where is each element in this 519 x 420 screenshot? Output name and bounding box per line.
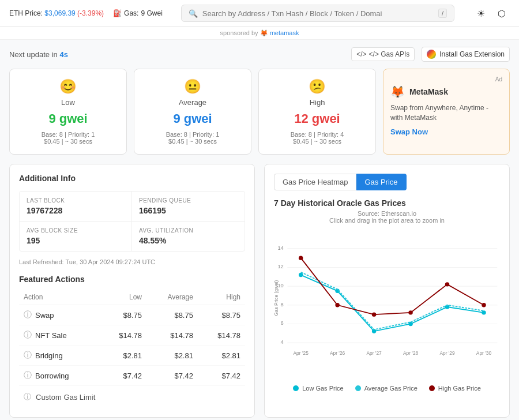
gas-card-high: 😕 High 12 gwei Base: 8 | Priority: 4 $0.… (258, 69, 376, 155)
header: ETH Price: $3,069.39 (-3.39%) ⛽ Gas: 9 G… (0, 0, 519, 27)
custom-gas-label: Custom Gas Limit (36, 393, 95, 402)
info-grid: LAST BLOCK 19767228 PENDING QUEUE 166195… (19, 191, 245, 252)
chart-panel: Gas Price Heatmap Gas Price 7 Day Histor… (264, 164, 510, 418)
legend-high-label: High Gas Price (438, 385, 481, 392)
avg-block-size-cell: AVG BLOCK SIZE 195 (20, 222, 132, 251)
avg-util-cell: AVG. UTILIZATION 48.55% (132, 222, 245, 251)
svg-point-19 (299, 273, 303, 277)
featured-actions-title: Featured Actions (19, 275, 245, 284)
average-emoji: 😐 (144, 78, 242, 95)
gas-icon: ⛽ (113, 9, 122, 17)
tab-gas-heatmap[interactable]: Gas Price Heatmap (274, 174, 356, 190)
action-name-text: Swap (35, 311, 54, 320)
tab-gas-price[interactable]: Gas Price (356, 174, 406, 190)
eth-price-info: ETH Price: $3,069.39 (-3.39%) (9, 9, 104, 17)
refresh-text: Last Refreshed: Tue, 30 Apr 2024 09:27:2… (19, 258, 245, 265)
pending-queue-label: PENDING QUEUE (139, 197, 238, 204)
svg-point-27 (372, 312, 376, 316)
search-bar[interactable]: 🔍 / (181, 5, 454, 22)
gas-value: 9 Gwei (141, 9, 162, 17)
action-name-text: NFT Sale (35, 331, 67, 340)
action-low-cell: $7.42 (99, 366, 146, 386)
action-name-cell: ⓘ Borrowing (19, 366, 99, 386)
eth-account-icon[interactable]: ⬡ (494, 5, 510, 21)
low-usd: $0.45 | ~ 30 secs (19, 138, 117, 145)
slash-badge: / (438, 9, 447, 18)
average-base: Base: 8 | Priority: 1 (144, 131, 242, 138)
svg-point-30 (482, 303, 486, 307)
svg-point-26 (335, 303, 339, 307)
table-row: ⓘ NFT Sale $14.78 $14.78 $14.78 (19, 325, 245, 346)
chart-tabs: Gas Price Heatmap Gas Price (274, 174, 500, 190)
update-bar: Next update in 4s </> </> Gas APIs Insta… (9, 47, 510, 62)
action-name-text: Bridging (35, 351, 63, 360)
legend-average-dot (355, 385, 361, 391)
pending-queue-cell: PENDING QUEUE 166195 (132, 192, 245, 222)
svg-text:Apr '29: Apr '29 (439, 350, 455, 356)
ad-brand-name: MetaMask (409, 87, 448, 96)
high-usd: $0.45 | ~ 30 secs (268, 138, 366, 145)
chart-title: 7 Day Historical Oracle Gas Prices (274, 198, 500, 208)
chart-container: 14 12 10 8 6 4 Gas Price (gwei) (274, 228, 500, 380)
svg-text:Apr '25: Apr '25 (294, 350, 309, 356)
sponsor-text: sponsored by 🦊 (220, 29, 268, 36)
gas-cards-row: 😊 Low 9 gwei Base: 8 | Priority: 1 $0.45… (9, 69, 510, 155)
svg-point-24 (482, 310, 486, 314)
action-name-cell: ⓘ Bridging (19, 346, 99, 366)
svg-text:Gas Price (gwei): Gas Price (gwei) (274, 280, 279, 316)
action-average-cell: $8.75 (146, 305, 198, 325)
action-average-cell: $2.81 (146, 346, 198, 366)
svg-text:12: 12 (277, 264, 283, 269)
table-row: ⓘ Bridging $2.81 $2.81 $2.81 (19, 346, 245, 366)
svg-text:8: 8 (281, 302, 284, 308)
high-base: Base: 8 | Priority: 4 (268, 131, 366, 138)
legend-low-dot (293, 385, 299, 391)
low-base: Base: 8 | Priority: 1 (19, 131, 117, 138)
info-panel: Additional Info LAST BLOCK 19767228 PEND… (9, 164, 255, 418)
col-low-header: Low (99, 290, 146, 305)
svg-text:4: 4 (281, 339, 284, 345)
action-average-cell: $7.42 (146, 366, 198, 386)
legend-high-dot (429, 385, 435, 391)
average-value: 9 gwei (144, 111, 242, 126)
avg-util-label: AVG. UTILIZATION (139, 227, 238, 234)
high-label: High (268, 98, 366, 107)
action-low-cell: $8.75 (99, 305, 146, 325)
search-input[interactable] (202, 9, 434, 18)
action-high-cell: $2.81 (198, 346, 245, 366)
update-text: Next update in 4s (9, 50, 68, 59)
svg-point-29 (445, 282, 449, 286)
gas-apis-button[interactable]: </> </> Gas APIs (351, 47, 415, 61)
low-label: Low (19, 98, 117, 107)
low-emoji: 😊 (19, 78, 117, 95)
gas-info: ⛽ Gas: 9 Gwei (113, 9, 163, 17)
action-high-cell: $7.42 (198, 366, 245, 386)
pending-queue-value: 166195 (139, 206, 238, 215)
col-action-header: Action (19, 290, 99, 305)
avg-block-size-label: AVG BLOCK SIZE (27, 227, 125, 234)
eth-change: (-3.39%) (77, 9, 104, 17)
table-row: ⓘ Borrowing $7.42 $7.42 $7.42 (19, 366, 245, 386)
legend-low: Low Gas Price (293, 385, 344, 392)
action-low-cell: $14.78 (99, 325, 146, 346)
gas-card-low: 😊 Low 9 gwei Base: 8 | Priority: 1 $0.45… (9, 69, 127, 155)
sponsor-bar: sponsored by 🦊 metamask (0, 27, 519, 40)
info-circle-icon: ⓘ (24, 392, 31, 402)
sponsor-link[interactable]: metamask (270, 29, 299, 36)
col-high-header: High (198, 290, 245, 305)
col-average-header: Average (146, 290, 198, 305)
header-icons: ☀ ⬡ (473, 5, 510, 21)
actions-table: Action Low Average High ⓘ Swap $8.75 $8.… (19, 290, 245, 386)
custom-gas-limit[interactable]: ⓘ Custom Gas Limit (19, 386, 245, 408)
ad-cta-button[interactable]: Swap Now (390, 127, 502, 136)
gas-card-average: 😐 Average 9 gwei Base: 8 | Priority: 1 $… (134, 69, 251, 155)
legend-average: Average Gas Price (355, 385, 418, 392)
theme-toggle-icon[interactable]: ☀ (473, 5, 489, 21)
chrome-icon (427, 50, 436, 59)
svg-text:Apr '26: Apr '26 (330, 350, 345, 356)
low-value: 9 gwei (19, 111, 117, 126)
action-circle-icon: ⓘ (24, 350, 32, 361)
install-extension-button[interactable]: Install Gas Extension (422, 47, 510, 62)
high-emoji: 😕 (268, 78, 366, 95)
main-content: Next update in 4s </> </> Gas APIs Insta… (0, 40, 519, 420)
